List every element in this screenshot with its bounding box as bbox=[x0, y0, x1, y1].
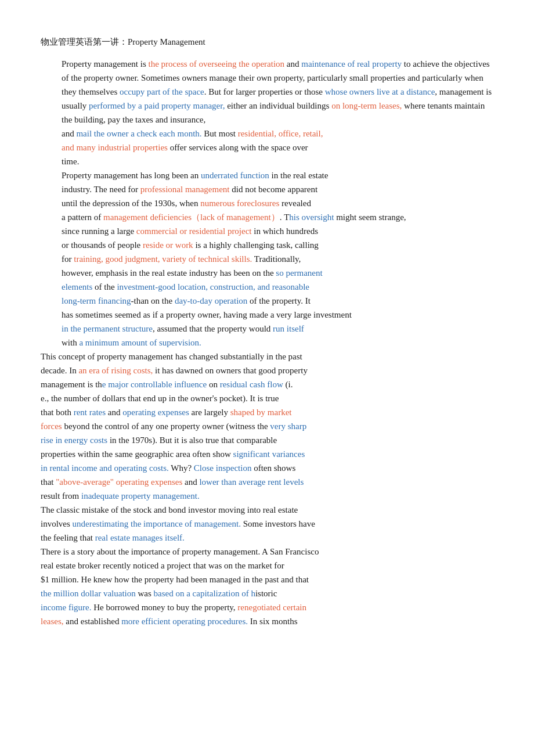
text-segment: on long-term leases, bbox=[331, 101, 402, 110]
text-segment: run itself bbox=[273, 324, 304, 333]
text-segment: based on a capitalization of h bbox=[154, 589, 255, 598]
text-segment: long-term financing bbox=[62, 296, 131, 305]
text-segment: Some investors have bbox=[241, 519, 315, 528]
text-segment: the million dollar valuation bbox=[41, 589, 136, 598]
text-segment: real estate broker recently noticed a pr… bbox=[41, 561, 284, 570]
paragraph-p5e: that both rent rates and operating expen… bbox=[41, 405, 493, 419]
text-segment: and bbox=[62, 129, 76, 138]
text-segment: The classic mistake of the stock and bon… bbox=[41, 505, 298, 514]
paragraph-p3b: industry. The need for professional mana… bbox=[62, 182, 493, 196]
text-segment: income figure. bbox=[41, 603, 91, 612]
paragraph-p5j: that "above-average" operating expenses … bbox=[41, 475, 493, 489]
text-segment: Traditionally, bbox=[252, 254, 301, 264]
text-segment: performed by a paid property manager, bbox=[89, 101, 225, 110]
paragraph-p5f: forces beyond the control of any one pro… bbox=[41, 419, 493, 433]
paragraph-p5g: rise in energy costs in the 1970s). But … bbox=[41, 433, 493, 447]
text-segment: Close inspection bbox=[194, 463, 252, 473]
paragraph-p4e: elements of the investment-good location… bbox=[62, 280, 493, 294]
text-segment: rent rates bbox=[74, 408, 106, 417]
paragraph-p5c: management is the major controllable inf… bbox=[41, 377, 493, 391]
paragraph-p6: The classic mistake of the stock and bon… bbox=[41, 503, 493, 517]
text-segment: revealed bbox=[279, 199, 311, 208]
paragraph-p3: Property management has long been an und… bbox=[62, 168, 493, 182]
text-segment: management is th bbox=[41, 380, 102, 389]
text-segment: underestimating the importance of manage… bbox=[73, 519, 241, 528]
text-segment: e major controllable influence bbox=[102, 380, 207, 389]
text-segment: with bbox=[62, 338, 79, 347]
paragraph-p7f: leases, and established more efficient o… bbox=[41, 614, 493, 628]
text-segment: shaped by market bbox=[230, 408, 292, 417]
paragraph-p7d: the million dollar valuation was based o… bbox=[41, 586, 493, 600]
text-segment: often shows bbox=[251, 463, 295, 473]
text-segment: underrated function bbox=[201, 171, 269, 180]
text-segment: his oversight bbox=[289, 213, 334, 222]
text-segment: are largely bbox=[189, 408, 230, 417]
text-segment: properties within the same geographic ar… bbox=[41, 449, 233, 459]
text-segment: $1 million. He knew how the property had… bbox=[41, 575, 309, 584]
text-segment: for bbox=[62, 254, 74, 264]
text-segment: and bbox=[284, 59, 301, 69]
text-segment: He borrowed money to buy the property, bbox=[91, 603, 237, 612]
text-segment: industry. The need for bbox=[62, 185, 140, 194]
text-segment: so permanent bbox=[276, 268, 322, 278]
text-segment: until the depression of the 1930s, when bbox=[62, 199, 200, 208]
text-segment: investment-good location, construction, … bbox=[117, 282, 309, 291]
text-segment: commercial or residential project bbox=[136, 226, 252, 236]
text-segment: Property management is bbox=[62, 59, 149, 69]
text-segment: in the 1970s). But it is also true that … bbox=[107, 435, 277, 445]
paragraph-p2: and mail the owner a check each month. B… bbox=[62, 127, 493, 141]
paragraph-p4d: however, emphasis in the real estate ind… bbox=[62, 266, 493, 280]
text-segment: But most bbox=[202, 129, 238, 138]
paragraph-p7: There is a story about the importance of… bbox=[41, 545, 493, 559]
paragraph-p5d: e., the number of dollars that end up in… bbox=[41, 391, 493, 405]
text-segment: and bbox=[106, 408, 122, 417]
text-segment: maintenance of real property bbox=[301, 59, 402, 69]
paragraph-p6b: involves underestimating the importance … bbox=[41, 517, 493, 531]
text-segment: occupy part of the space bbox=[120, 87, 204, 96]
text-segment: residual cash flow bbox=[220, 380, 283, 389]
text-segment: is a highly challenging task, calling bbox=[193, 240, 319, 250]
text-segment: e., the number of dollars that end up in… bbox=[41, 394, 279, 403]
text-segment: did not become apparent bbox=[230, 185, 318, 194]
text-segment: rise in energy costs bbox=[41, 435, 107, 445]
paragraph-p4b: or thousands of people reside or work is… bbox=[62, 238, 493, 252]
text-segment: reside or work bbox=[143, 240, 193, 250]
text-segment: day-to-day operation bbox=[175, 296, 247, 305]
text-segment: a pattern of bbox=[62, 213, 103, 222]
paragraph-p4g: has sometimes seemed as if a property ow… bbox=[62, 308, 493, 322]
text-segment: -than on the bbox=[131, 296, 175, 305]
paragraph-p2b: and many industrial properties offer ser… bbox=[62, 141, 493, 154]
text-segment: very sharp bbox=[270, 422, 306, 431]
text-segment: management deficiencies（lack of manageme… bbox=[103, 213, 280, 222]
text-segment: Property management has long been an bbox=[62, 171, 201, 180]
text-segment: mail the owner a check each month. bbox=[76, 129, 201, 138]
text-segment: on bbox=[207, 380, 220, 389]
paragraph-p5k: result from inadequate property manageme… bbox=[41, 489, 493, 503]
text-segment: the feeling that bbox=[41, 533, 95, 542]
text-segment: renegotiated certain bbox=[237, 603, 306, 612]
text-segment: was bbox=[136, 589, 154, 598]
text-segment: more efficient operating procedures. bbox=[121, 617, 248, 626]
text-segment: elements bbox=[62, 282, 92, 291]
text-segment: istoric bbox=[255, 589, 277, 598]
text-segment: the process of overseeing the operation bbox=[149, 59, 285, 69]
paragraph-p7b: real estate broker recently noticed a pr… bbox=[41, 559, 493, 573]
text-segment: leases, bbox=[41, 617, 64, 626]
text-segment: and bbox=[182, 477, 199, 487]
text-segment: a minimum amount of supervision. bbox=[79, 338, 201, 347]
text-segment: This concept of property management has … bbox=[41, 352, 302, 361]
text-segment: real estate manages itself. bbox=[95, 533, 185, 542]
text-segment: an era of rising costs, bbox=[78, 366, 153, 375]
paragraph-p5h: properties within the same geographic ar… bbox=[41, 447, 493, 461]
page-container: 物业管理英语第一讲：Property Management Property m… bbox=[41, 35, 493, 628]
text-segment: inadequate property management. bbox=[81, 491, 200, 501]
text-segment: whose owners live at a distance bbox=[325, 87, 435, 96]
text-segment: or thousands of people bbox=[62, 240, 143, 250]
text-segment: offer services along with the space over bbox=[168, 143, 308, 152]
text-segment: in which hundreds bbox=[252, 226, 319, 236]
text-segment: Why? bbox=[169, 463, 194, 473]
text-segment: since running a large bbox=[62, 226, 136, 236]
text-segment: In six months bbox=[248, 617, 297, 626]
text-segment: , assumed that the property would bbox=[153, 324, 273, 333]
paragraph-p4f: long-term financing-than on the day-to-d… bbox=[62, 294, 493, 308]
